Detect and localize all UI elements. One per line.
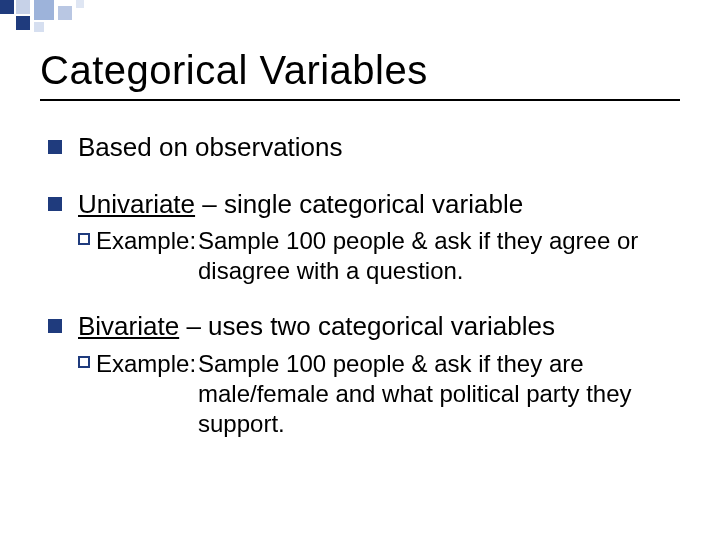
term-univariate: Univariate (78, 189, 195, 219)
square-bullet-icon (48, 197, 62, 211)
bullet-item: Univariate – single categorical variable… (48, 188, 680, 287)
example-text: Sample 100 people & ask if they agree or… (198, 227, 638, 284)
slide: Categorical Variables Based on observati… (0, 0, 720, 439)
bullet-rest: – single categorical variable (195, 189, 523, 219)
open-square-bullet-icon (78, 356, 90, 368)
sub-bullet: Example: Sample 100 people & ask if they… (78, 349, 680, 439)
corner-decoration (0, 0, 160, 34)
bullet-item: Bivariate – uses two categorical variabl… (48, 310, 680, 439)
slide-title: Categorical Variables (40, 48, 680, 93)
sub-bullet: Example: Sample 100 people & ask if they… (78, 226, 680, 286)
title-rule (40, 99, 680, 101)
example-label: Example: (96, 349, 196, 379)
square-bullet-icon (48, 140, 62, 154)
term-bivariate: Bivariate (78, 311, 179, 341)
bullet-list: Based on observations Univariate – singl… (40, 131, 680, 439)
square-bullet-icon (48, 319, 62, 333)
example-text: Sample 100 people & ask if they are male… (198, 350, 632, 437)
example-label: Example: (96, 226, 196, 256)
bullet-text: Based on observations (78, 132, 343, 162)
open-square-bullet-icon (78, 233, 90, 245)
bullet-rest: – uses two categorical variables (179, 311, 555, 341)
bullet-item: Based on observations (48, 131, 680, 164)
